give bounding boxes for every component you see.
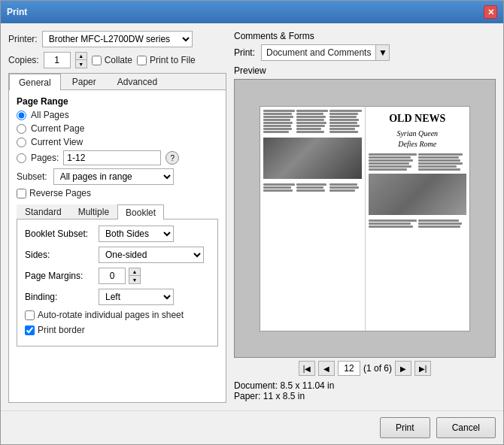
auto-rotate-label: Auto-rotate individual pages in sheet — [38, 310, 184, 320]
collate-label: Collate — [92, 55, 132, 65]
tab-paper[interactable]: Paper — [62, 74, 106, 89]
print-dropdown-text: Document and Comments — [262, 47, 375, 58]
tab-general[interactable]: General — [9, 74, 61, 90]
cancel-button[interactable]: Cancel — [436, 417, 496, 438]
binding-label: Binding: — [25, 292, 93, 302]
printer-row: Printer: Brother MFC-L2700DW series — [8, 31, 226, 47]
current-page-radio[interactable] — [17, 124, 26, 134]
sides-label: Sides: — [25, 250, 93, 260]
current-view-radio[interactable] — [17, 138, 26, 147]
comments-forms-section: Comments & Forms Print: Document and Com… — [234, 31, 496, 61]
print-to-file-checkbox[interactable] — [137, 56, 147, 65]
margins-down[interactable]: ▼ — [129, 276, 140, 283]
booklet-content: Booklet Subset: Both Sides Sides: — [17, 219, 218, 347]
binding-row: Binding: Left — [25, 289, 210, 305]
print-button[interactable]: Print — [380, 417, 430, 438]
all-pages-label: All Pages — [31, 110, 69, 120]
subheadline1: Syrian Queen — [369, 129, 467, 138]
booklet-subset-row: Booklet Subset: Both Sides — [25, 226, 210, 242]
left-panel: Printer: Brother MFC-L2700DW series Copi… — [8, 31, 226, 403]
page-of: (1 of 6) — [363, 363, 392, 374]
sub-tab-multiple[interactable]: Multiple — [70, 204, 117, 219]
auto-rotate-checkbox[interactable] — [25, 310, 35, 320]
subset-select[interactable]: All pages in range — [53, 168, 174, 185]
page-range-label: Page Range — [17, 96, 218, 107]
print-dropdown[interactable]: Document and Comments ▼ — [261, 44, 390, 61]
right-panel: Comments & Forms Print: Document and Com… — [234, 31, 496, 403]
page-input[interactable] — [338, 361, 360, 376]
dialog-title: Print — [7, 7, 27, 17]
print-dropdown-arrow[interactable]: ▼ — [375, 45, 389, 60]
sub-tab-booklet[interactable]: Booklet — [117, 204, 164, 219]
all-pages-radio[interactable] — [17, 110, 26, 120]
sides-select[interactable]: One-sided — [99, 247, 204, 263]
left-image — [263, 138, 362, 179]
margins-input[interactable] — [99, 268, 126, 284]
copies-label: Copies: — [8, 55, 39, 65]
title-bar: Print ✕ — [1, 1, 503, 23]
doc-info: Document: 8.5 x 11.04 in Paper: 11 x 8.5… — [234, 379, 496, 403]
print-label: Print: — [234, 47, 255, 58]
sub-tab-standard[interactable]: Standard — [17, 204, 70, 219]
preview-section: Preview — [234, 65, 496, 403]
subset-row: Subset: All pages in range — [17, 168, 218, 185]
tab-advanced[interactable]: Advanced — [108, 74, 167, 89]
margins-up[interactable]: ▲ — [129, 268, 140, 276]
nav-last[interactable]: ▶| — [414, 361, 431, 376]
nav-next[interactable]: ▶ — [395, 361, 411, 376]
copies-down[interactable]: ▼ — [76, 60, 87, 68]
margins-row: Page Margins: ▲ ▼ — [25, 268, 210, 284]
nav-first[interactable]: |◀ — [299, 361, 315, 376]
auto-rotate-row: Auto-rotate individual pages in sheet — [25, 310, 210, 320]
copies-spinner[interactable]: ▲ ▼ — [75, 52, 87, 68]
preview-label: Preview — [234, 65, 496, 76]
pages-row: Pages: ? — [17, 150, 218, 165]
left-page — [260, 107, 366, 331]
paper-info: Paper: 11 x 8.5 in — [234, 391, 496, 401]
sides-row: Sides: One-sided — [25, 247, 210, 263]
sub-tabs: Standard Multiple Booklet — [17, 204, 218, 219]
nav-prev[interactable]: ◀ — [318, 361, 335, 376]
help-button[interactable]: ? — [165, 151, 179, 165]
printer-select[interactable]: Brother MFC-L2700DW series — [42, 31, 193, 47]
reverse-pages-row: Reverse Pages — [17, 188, 218, 198]
document-value: 8.5 x 11.04 in — [280, 380, 334, 391]
reverse-pages-checkbox[interactable] — [17, 189, 26, 198]
copies-input[interactable]: 1 — [44, 52, 71, 68]
comments-forms-label: Comments & Forms — [234, 31, 496, 41]
margins-spinner[interactable]: ▲ ▼ — [129, 268, 141, 284]
nav-row: |◀ ◀ (1 of 6) ▶ ▶| — [234, 358, 496, 379]
collate-checkbox[interactable] — [92, 56, 102, 65]
reverse-pages-label: Reverse Pages — [29, 188, 91, 198]
current-page-row: Current Page — [17, 123, 218, 134]
document-label: Document: — [234, 380, 278, 391]
binding-select[interactable]: Left — [99, 289, 174, 305]
all-pages-row: All Pages — [17, 110, 218, 120]
current-view-row: Current View — [17, 137, 218, 147]
right-image — [369, 174, 467, 215]
margins-label: Page Margins: — [25, 271, 93, 281]
headline: OLD NEWS — [369, 113, 467, 126]
tab-header: General Paper Advanced — [9, 74, 226, 90]
tab-general-content: Page Range All Pages Current Page Curren… — [9, 90, 226, 353]
print-border-label: Print border — [38, 325, 85, 335]
print-to-file-label: Print to File — [137, 55, 196, 65]
copies-up[interactable]: ▲ — [76, 53, 87, 60]
paper-label: Paper: — [234, 391, 260, 401]
pages-label: Pages: — [31, 153, 59, 163]
document-info: Document: 8.5 x 11.04 in — [234, 380, 496, 391]
booklet-subset-label: Booklet Subset: — [25, 229, 93, 239]
printer-label: Printer: — [8, 34, 38, 44]
pages-radio[interactable] — [17, 153, 26, 163]
right-page: OLD NEWS Syrian Queen Defies Rome — [366, 107, 470, 331]
pages-input[interactable] — [63, 150, 161, 165]
current-view-label: Current View — [31, 137, 83, 147]
booklet-subset-select[interactable]: Both Sides — [99, 226, 174, 242]
copies-row: Copies: 1 ▲ ▼ Collate Print to File — [8, 52, 226, 68]
print-border-row: Print border — [25, 325, 210, 335]
print-dialog: Print ✕ Printer: Brother MFC-L2700DW ser… — [0, 0, 504, 445]
print-border-checkbox[interactable] — [25, 325, 35, 335]
main-tabs: General Paper Advanced Page Range All Pa… — [8, 73, 226, 403]
close-button[interactable]: ✕ — [484, 5, 497, 19]
dialog-footer: Print Cancel — [1, 410, 503, 444]
